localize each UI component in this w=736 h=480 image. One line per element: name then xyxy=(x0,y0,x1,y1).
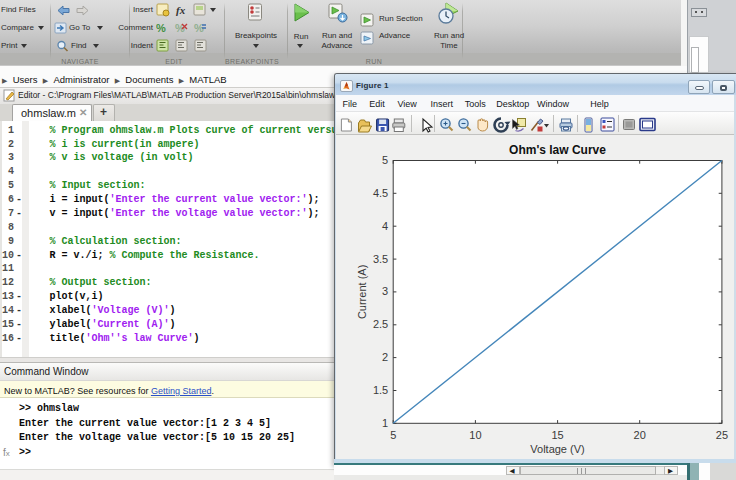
svg-text:25: 25 xyxy=(716,429,728,441)
svg-text:15: 15 xyxy=(551,429,563,441)
svg-text:Ohm's law Curve: Ohm's law Curve xyxy=(509,143,606,157)
svg-text:1.5: 1.5 xyxy=(373,384,388,396)
svg-text:5: 5 xyxy=(382,154,388,166)
svg-text:2.5: 2.5 xyxy=(373,318,388,330)
svg-text:3: 3 xyxy=(382,285,388,297)
svg-text:4: 4 xyxy=(382,220,388,232)
svg-text:4.5: 4.5 xyxy=(373,187,388,199)
svg-text:2: 2 xyxy=(382,351,388,363)
svg-text:5: 5 xyxy=(390,429,396,441)
svg-text:Voltage (V): Voltage (V) xyxy=(530,443,584,455)
svg-text:fx: fx xyxy=(176,4,186,16)
svg-text:3.5: 3.5 xyxy=(373,253,388,265)
svg-text:10: 10 xyxy=(469,429,481,441)
svg-text:%: % xyxy=(156,22,166,34)
svg-text:20: 20 xyxy=(634,429,646,441)
svg-text:1: 1 xyxy=(382,417,388,429)
svg-text:Current (A): Current (A) xyxy=(356,265,368,319)
